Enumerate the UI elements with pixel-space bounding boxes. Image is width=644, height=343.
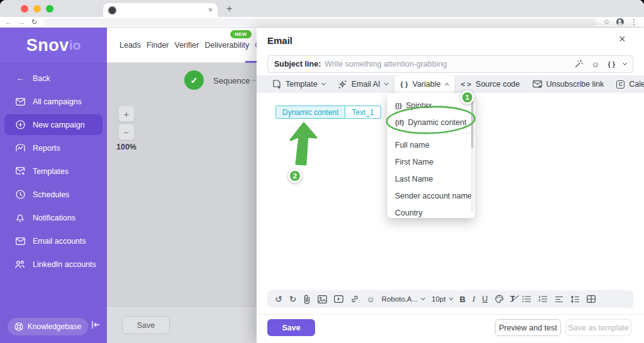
underline-button[interactable]: U xyxy=(482,295,488,303)
browser-forward-icon[interactable]: → xyxy=(18,18,25,26)
zoom-level: 100% xyxy=(116,143,136,151)
save-button[interactable]: Save xyxy=(267,319,315,336)
dropdown-item-label: Country xyxy=(395,209,423,217)
sidebar-item-notifications[interactable]: Notifications xyxy=(0,206,107,229)
bookmark-star-icon[interactable]: ☆ xyxy=(603,18,610,26)
app-window: × + ← → ↻ ☆ ⋮ Snov io ← Back All campaig… xyxy=(0,0,644,343)
sidebar-item-back[interactable]: ← Back xyxy=(0,67,107,90)
redo-icon[interactable]: ↻ xyxy=(289,294,297,304)
new-tab-button[interactable]: + xyxy=(226,4,232,14)
attachment-icon[interactable] xyxy=(303,295,311,304)
tab-close-icon[interactable]: × xyxy=(208,6,213,14)
font-family-select[interactable]: Roboto,A... xyxy=(382,295,425,303)
sparkles-icon xyxy=(338,80,347,89)
browser-reload-icon[interactable]: ↻ xyxy=(31,18,37,26)
email-panel: Email × Subject line: Write something at… xyxy=(257,28,644,343)
browser-back-icon[interactable]: ← xyxy=(5,18,12,26)
table-icon[interactable] xyxy=(587,295,596,303)
email-ai-label: Email AI xyxy=(352,80,380,89)
email-ai-button[interactable]: Email AI xyxy=(331,75,394,93)
nav-item-finder[interactable]: Finder xyxy=(147,41,169,50)
logo-text-secondary: io xyxy=(69,38,81,53)
dropdown-item-sender-account-name[interactable]: Sender account name xyxy=(387,187,475,204)
italic-button[interactable]: I xyxy=(472,294,475,304)
font-size-select[interactable]: 10pt xyxy=(431,295,452,303)
arrow-left-icon: ← xyxy=(15,74,25,83)
dropdown-item-last-name[interactable]: Last Name xyxy=(387,170,475,187)
emoji-icon[interactable]: ☺ xyxy=(591,60,599,69)
window-zoom-button[interactable] xyxy=(46,5,53,13)
dropdown-item-label: First Name xyxy=(395,158,433,166)
dropdown-item-full-name[interactable]: Full name xyxy=(387,136,475,153)
dropdown-item-label: Full name xyxy=(395,141,430,150)
url-field[interactable] xyxy=(43,18,597,26)
chart-line-icon xyxy=(15,144,25,152)
collapse-sidebar-icon[interactable] xyxy=(91,320,101,329)
line-height-icon[interactable] xyxy=(570,295,580,303)
dropdown-item-country[interactable]: Country xyxy=(387,204,475,221)
variable-button[interactable]: { } Variable xyxy=(394,75,455,93)
preview-label: Preview and test xyxy=(499,324,557,332)
browser-profile-avatar[interactable] xyxy=(616,18,624,26)
envelope-icon xyxy=(15,98,25,106)
font-family-value: Roboto,A... xyxy=(382,295,418,303)
browser-tab[interactable]: × xyxy=(103,3,218,17)
step-2-badge: 2 xyxy=(288,169,302,183)
browser-tab-strip: × + xyxy=(0,0,644,17)
zoom-in-button[interactable]: + xyxy=(118,106,135,122)
template-button[interactable]: Template xyxy=(267,75,331,93)
text-1-tag[interactable]: Text_1 xyxy=(345,106,380,119)
calendly-icon: C xyxy=(616,80,625,89)
chevron-down-icon xyxy=(421,296,425,300)
align-icon[interactable] xyxy=(555,296,564,303)
dropdown-item-first-name[interactable]: First Name xyxy=(387,153,475,170)
sidebar-item-templates[interactable]: Templates xyxy=(0,160,107,183)
bold-button[interactable]: B xyxy=(460,295,465,304)
sidebar-nav: ← Back All campaigns New campaign Report… xyxy=(0,67,107,276)
subject-line-field[interactable]: Subject line: Write something attention-… xyxy=(267,55,633,73)
sidebar-item-new-campaign[interactable]: New campaign xyxy=(0,113,107,136)
nav-item-leads[interactable]: Leads xyxy=(119,41,141,50)
file-plus-icon xyxy=(273,80,281,89)
window-minimize-button[interactable] xyxy=(33,5,41,13)
text-color-palette-icon[interactable] xyxy=(495,295,504,303)
users-icon xyxy=(15,260,25,269)
save-as-template-button[interactable]: Save as template xyxy=(565,319,631,336)
sidebar-item-reports[interactable]: Reports xyxy=(0,136,107,160)
knowledgebase-button[interactable]: Knowledgebase xyxy=(8,318,88,335)
envelope-plus-icon xyxy=(15,167,25,175)
preview-and-test-button[interactable]: Preview and test xyxy=(495,319,561,336)
sidebar-item-schedules[interactable]: Schedules xyxy=(0,183,107,206)
browser-menu-icon[interactable]: ⋮ xyxy=(630,18,638,26)
sidebar-item-label: Email accounts xyxy=(33,237,86,246)
video-icon[interactable] xyxy=(334,295,343,303)
chevron-down-icon[interactable] xyxy=(623,61,627,65)
emoji-icon[interactable]: ☺ xyxy=(366,295,374,304)
link-icon[interactable] xyxy=(350,295,359,303)
close-icon[interactable]: × xyxy=(619,33,626,46)
numbered-list-icon[interactable] xyxy=(538,295,548,303)
calendly-link-button[interactable]: C Calendly link xyxy=(610,75,644,93)
envelope-x-icon xyxy=(533,80,542,89)
snovio-logo[interactable]: Snov io xyxy=(0,28,107,63)
dynamic-content-tag[interactable]: Dynamic content xyxy=(275,106,345,119)
chevron-down-icon xyxy=(449,296,453,300)
canvas-save-button[interactable]: Save xyxy=(122,316,170,334)
sidebar-item-label: All campaigns xyxy=(33,97,82,106)
sidebar-item-all-campaigns[interactable]: All campaigns xyxy=(0,90,107,113)
braces-icon[interactable]: { } xyxy=(608,60,615,68)
zoom-out-button[interactable]: − xyxy=(118,124,135,140)
undo-icon[interactable]: ↺ xyxy=(275,294,282,304)
nav-item-verifier[interactable]: Verifier xyxy=(175,41,199,50)
sidebar-item-linkedin-accounts[interactable]: LinkedIn accounts xyxy=(0,253,107,276)
image-icon[interactable] xyxy=(318,295,327,303)
sidebar-item-email-accounts[interactable]: Email accounts xyxy=(0,229,107,253)
font-size-value: 10pt xyxy=(431,295,445,303)
bullet-list-icon[interactable] xyxy=(522,295,531,303)
unsubscribe-link-button[interactable]: Unsubscribe link xyxy=(526,75,611,93)
window-close-button[interactable] xyxy=(21,5,28,13)
step-1-badge: 1 xyxy=(460,90,474,104)
magic-wand-icon[interactable] xyxy=(574,60,583,68)
clear-formatting-icon[interactable]: T xyxy=(511,295,515,303)
nav-item-deliverability[interactable]: Deliverability xyxy=(204,41,249,50)
